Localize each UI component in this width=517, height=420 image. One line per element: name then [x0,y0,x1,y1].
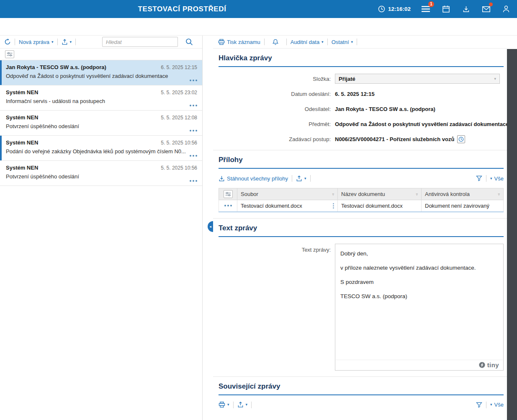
user-button[interactable] [501,4,511,14]
sort-icon[interactable]: ▿ [494,192,500,196]
row-actions-menu[interactable] [224,205,232,206]
section-title: Hlavička zprávy [219,54,504,67]
mail-badge [489,3,493,6]
filter-button[interactable] [476,402,482,408]
export-related-button[interactable]: ▾ [237,402,248,408]
section-title: Text zprávy [219,224,504,237]
folder-field: Složka: Přijaté ▾ [219,74,504,84]
filter-funnel-icon [476,402,482,408]
search-button[interactable] [185,38,193,46]
separator [75,39,76,45]
folder-value: Přijaté [339,76,355,82]
sent-date-value: 6. 5. 2025 12:15 [335,91,375,97]
search-input[interactable] [102,37,178,47]
folder-select[interactable]: Přijaté ▾ [335,74,500,84]
download-icon [219,175,225,182]
export-icon [296,175,302,182]
procedure-history-button[interactable] [457,135,465,143]
message-list-toolbar: Nová zpráva ▾ ▾ [0,36,202,49]
export-icon [62,39,68,45]
clock: 12:16:02 [378,5,411,13]
message-list-item[interactable]: Systém NEN 5. 5. 2025 23:02 Informační s… [0,85,202,111]
topbar-actions: 12:16:02 1 [378,0,511,18]
scrollbar[interactable] [507,49,517,420]
downloads-button[interactable] [461,4,471,14]
download-all-attachments-button[interactable]: Stáhnout všechny přílohy [219,175,288,182]
calendar-button[interactable] [441,4,451,14]
message-list-item[interactable]: Systém NEN 5. 5. 2025 12:08 Potvrzení ús… [0,111,202,136]
mail-button[interactable] [481,4,491,14]
column-header-antivirus[interactable]: Antivirová kontrola▿ [422,188,504,200]
separator [264,39,265,45]
history-button[interactable] [4,39,11,45]
sort-icon[interactable]: ▿ [412,192,418,196]
export-icon [237,402,244,408]
chevron-down-icon: ▾ [351,40,353,44]
attachment-row[interactable]: Testovací dokument.docx Testovací dokume… [219,200,504,212]
message-subject: Potvrzení úspěšného odeslání [6,173,197,180]
view-all-button[interactable]: ▾ Vše [490,175,504,182]
message-text-editor[interactable]: Dobrý den, v příloze naleznete vysvětlen… [335,244,504,371]
separator [292,175,292,182]
subheader-strip [0,18,517,36]
print-related-button[interactable]: ▾ [219,402,229,408]
related-messages-toolbar: ▾ ▾ ▾ Vše [219,399,504,410]
procedure-value: N006/25/V00004271 - Pořízení služebních … [335,136,454,142]
menu-button[interactable]: 1 [421,4,431,14]
grid-settings-button[interactable] [224,190,233,198]
page-title: TESTOVACÍ PROSTŘEDÍ [138,5,226,13]
audit-data-button[interactable]: Auditní data ▾ [291,39,324,45]
column-header-label: Soubor [241,191,258,197]
column-header-file[interactable]: Soubor▿ [237,188,338,200]
grid-settings-button[interactable] [5,50,14,58]
chevron-down-icon: ▾ [246,403,248,407]
chevron-down-icon: ▾ [490,403,492,407]
view-all-button[interactable]: ▾ Vše [490,402,504,408]
chevron-down-icon: ▾ [51,40,54,44]
message-list-item[interactable]: Jan Rokyta - TESCO SW a.s. (podpora) 6. … [0,60,202,85]
collapse-left-icon: ◂ [209,224,211,229]
filter-funnel-icon [476,175,482,181]
print-record-button[interactable]: Tisk záznamu [218,39,260,45]
sort-icon[interactable]: ▿ [329,192,334,196]
collapse-panel-button[interactable]: ◂ [208,221,213,232]
column-header-document-name[interactable]: Název dokumentu▿ [338,188,422,200]
message-list-item[interactable]: Systém NEN 5. 5. 2025 10:56 Podání do ve… [0,136,202,161]
history-icon [4,39,11,45]
drag-handle-icon[interactable] [333,203,334,209]
attachments-toolbar: Stáhnout všechny přílohy ▾ ▾ Vše [219,173,504,184]
message-item-header: Jan Rokyta - TESCO SW a.s. (podpora) 6. … [6,64,197,70]
message-actions-menu[interactable] [190,105,197,106]
export-attachments-button[interactable]: ▾ [296,175,306,182]
message-actions-menu[interactable] [190,130,197,131]
message-actions-menu[interactable] [190,180,197,182]
separator [310,175,311,182]
clock-time: 12:16:02 [388,6,411,12]
section-title: Přílohy [219,156,504,169]
message-list-item[interactable]: Systém NEN 5. 5. 2025 10:56 Potvrzení ús… [0,161,202,186]
export-messages-button[interactable]: ▾ [62,39,72,45]
separator [357,39,357,45]
subject-value: Odpověď na Žádost o poskytnutí vysvětlen… [335,121,509,127]
download-all-label: Stáhnout všechny přílohy [227,175,288,182]
notifications-button[interactable] [268,39,283,45]
message-actions-menu[interactable] [190,155,197,157]
new-message-button[interactable]: Nová zpráva ▾ [19,39,54,45]
message-date: 5. 5. 2025 12:08 [161,115,197,121]
message-actions-menu[interactable] [190,80,197,81]
printer-icon [219,402,225,408]
view-all-label: Vše [494,402,504,408]
message-text-paragraph: v příloze naleznete vysvětlení zadávací … [340,265,498,271]
message-sender: Systém NEN [6,139,38,146]
filter-button[interactable] [476,175,482,181]
message-sender: Jan Rokyta - TESCO SW a.s. (podpora) [6,64,106,70]
other-button[interactable]: Ostatní ▾ [332,39,353,45]
message-subject: Podání do veřejné zakázky Objednávka lék… [6,148,197,155]
section-title: Související zprávy [219,382,504,395]
message-item-header: Systém NEN 5. 5. 2025 23:02 [6,89,197,95]
tinymce-brand-label: tiny [487,361,499,368]
attachment-antivirus-status: Dokument není zavirovaný [422,200,504,212]
print-record-label: Tisk záznamu [227,39,260,45]
column-header-label: Antivirová kontrola [425,191,470,197]
sender-field: Odesílatel: Jan Rokyta - TESCO SW a.s. (… [219,104,504,114]
